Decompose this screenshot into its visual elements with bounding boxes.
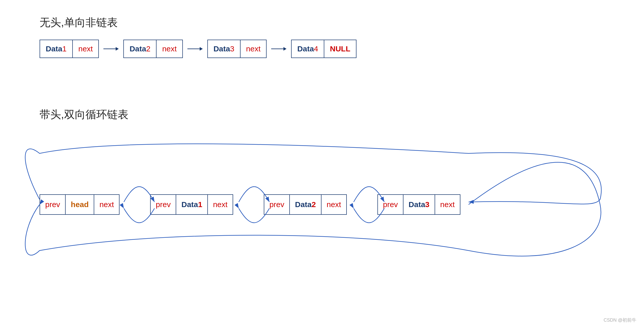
sll-node4-data: Data4 [292,40,324,58]
sll-arrow-2 [187,45,203,53]
sll-node-4: Data4 NULL [291,40,356,58]
dll-node-data2: prev Data2 next [264,194,347,215]
sll-node3-next: next [241,40,266,58]
sll-arrow-3 [271,45,287,53]
dll-container: prev head next prev Data1 next prev Data… [0,138,644,312]
sll-node3-data: Data3 [208,40,241,58]
sll-node1-data: Data1 [40,40,73,58]
dll-data2-prev: prev [264,195,290,214]
dll-data3-prev: prev [378,195,403,214]
svg-marker-1 [116,47,119,51]
sll-node1-next: next [73,40,99,58]
sll-node-3: Data3 next [207,40,267,58]
sll-node2-data: Data2 [124,40,157,58]
svg-marker-5 [283,47,287,51]
dll-data3-data: Data3 [403,195,435,214]
dll-node-data3: prev Data3 next [377,194,460,215]
dll-data2-next: next [321,195,346,214]
sll-container: Data1 next Data2 next Data3 next Data4 N… [40,40,356,58]
dll-nodes-row: prev head next prev Data1 next prev Data… [40,194,460,215]
svg-marker-3 [200,47,203,51]
watermark: CSDN @初前牛 [604,317,636,323]
dll-data1-data: Data1 [176,195,208,214]
dll-head-data: head [66,195,94,214]
dll-head-next: next [94,195,119,214]
dll-head-prev: prev [40,195,66,214]
sll-node-1: Data1 next [40,40,99,58]
dll-node-head: prev head next [40,194,120,215]
sll-node-2: Data2 next [123,40,183,58]
dll-data1-prev: prev [151,195,176,214]
dll-data2-data: Data2 [290,195,321,214]
sll-arrow-1 [103,45,119,53]
dll-node-data1: prev Data1 next [150,194,233,215]
title-dll: 带头,双向循环链表 [40,107,128,122]
dll-data3-next: next [435,195,460,214]
sll-node4-null: NULL [324,40,356,58]
title-sll: 无头,单向非链表 [40,15,118,30]
sll-node2-next: next [157,40,182,58]
dll-data1-next: next [208,195,233,214]
